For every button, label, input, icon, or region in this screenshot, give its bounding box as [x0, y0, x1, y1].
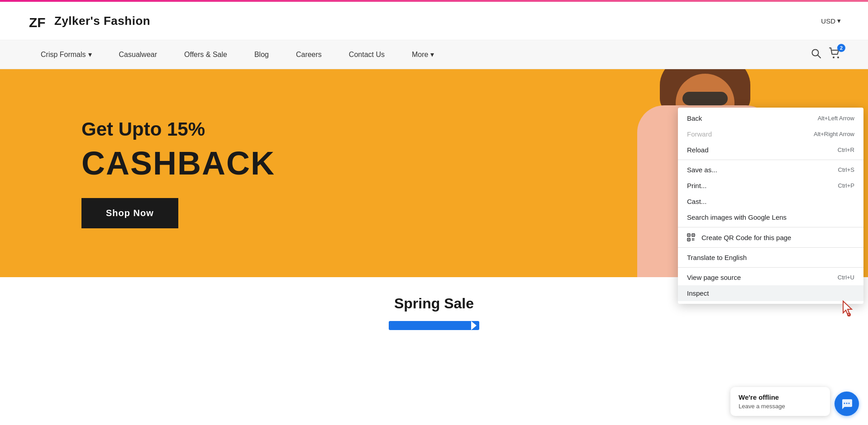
context-menu-qr-code[interactable]: Create QR Code for this page	[678, 229, 863, 246]
context-menu-google-lens[interactable]: Search images with Google Lens	[678, 209, 863, 225]
context-menu-save-as[interactable]: Save as... Ctrl+S	[678, 162, 863, 178]
crisp-formals-dropdown-icon: ▾	[88, 50, 92, 59]
context-menu-print[interactable]: Print... Ctrl+P	[678, 178, 863, 194]
hero-title: CASHBACK	[81, 145, 275, 182]
currency-arrow: ▾	[837, 17, 841, 25]
hero-subtitle: Get Upto 15%	[81, 118, 275, 140]
svg-point-4	[833, 57, 835, 58]
svg-line-3	[818, 55, 820, 58]
cart-button[interactable]: 2	[829, 47, 841, 62]
context-menu-divider-1	[678, 160, 863, 160]
header-right: USD ▾	[821, 17, 841, 25]
svg-rect-11	[688, 239, 689, 240]
context-menu-divider-3	[678, 247, 863, 248]
context-menu-view-source[interactable]: View page source Ctrl+U	[678, 269, 863, 285]
site-header: ZF Zylker's Fashion USD ▾	[0, 2, 868, 40]
nav-item-crisp-formals[interactable]: Crisp Formals ▾	[27, 40, 105, 69]
qr-code-icon	[687, 233, 695, 241]
svg-rect-14	[692, 240, 693, 241]
spring-progress-bar	[389, 321, 479, 330]
svg-text:ZF: ZF	[29, 15, 46, 30]
search-button[interactable]	[811, 48, 821, 61]
main-nav: Crisp Formals ▾ Casualwear Offers & Sale…	[0, 40, 868, 69]
svg-point-5	[837, 57, 839, 58]
spring-bar-container	[27, 321, 841, 330]
nav-links: Crisp Formals ▾ Casualwear Offers & Sale…	[27, 40, 448, 69]
nav-item-blog[interactable]: Blog	[241, 41, 282, 69]
nav-icons: 2	[811, 47, 841, 62]
cursor-pointer-icon	[841, 300, 854, 317]
context-menu: Back Alt+Left Arrow Forward Alt+Right Ar…	[678, 108, 863, 304]
nav-item-offers-sale[interactable]: Offers & Sale	[171, 41, 241, 69]
context-menu-reload[interactable]: Reload Ctrl+R	[678, 142, 863, 158]
search-icon	[811, 48, 821, 58]
context-menu-translate[interactable]: Translate to English	[678, 250, 863, 265]
chat-offline-title: We're offline	[739, 393, 822, 401]
model-glasses	[682, 92, 728, 105]
svg-rect-9	[688, 235, 689, 236]
chat-widget: We're offline Leave a message	[730, 387, 859, 416]
brand-name: Zylker's Fashion	[54, 14, 150, 28]
more-dropdown-icon: ▾	[430, 50, 434, 59]
svg-point-19	[849, 403, 850, 404]
cart-badge: 2	[837, 44, 845, 52]
svg-point-17	[844, 403, 845, 404]
context-menu-cast[interactable]: Cast...	[678, 194, 863, 209]
nav-item-careers[interactable]: Careers	[282, 41, 335, 69]
chat-open-button[interactable]	[835, 392, 859, 416]
svg-rect-13	[693, 238, 694, 239]
currency-selector[interactable]: USD ▾	[821, 17, 841, 25]
shop-now-button[interactable]: Shop Now	[81, 198, 178, 228]
svg-rect-12	[692, 238, 693, 239]
nav-item-more[interactable]: More ▾	[398, 40, 448, 69]
hero-content: Get Upto 15% CASHBACK Shop Now	[0, 118, 357, 228]
chat-offline-subtitle: Leave a message	[739, 403, 822, 410]
context-menu-forward: Forward Alt+Right Arrow	[678, 126, 863, 142]
context-menu-back[interactable]: Back Alt+Left Arrow	[678, 110, 863, 126]
chat-offline-bubble: We're offline Leave a message	[730, 387, 830, 416]
currency-label: USD	[821, 17, 835, 25]
logo-area[interactable]: ZF Zylker's Fashion	[27, 10, 150, 32]
chat-icon	[840, 397, 853, 410]
svg-rect-10	[693, 235, 694, 236]
spring-bar-arrow	[471, 321, 477, 330]
nav-item-contact-us[interactable]: Contact Us	[335, 41, 398, 69]
context-menu-divider-2	[678, 227, 863, 227]
svg-point-18	[846, 403, 848, 404]
brand-logo-icon: ZF	[27, 10, 49, 32]
context-menu-inspect[interactable]: Inspect	[678, 285, 863, 301]
svg-rect-15	[693, 240, 694, 241]
context-menu-divider-4	[678, 267, 863, 268]
nav-item-casualwear[interactable]: Casualwear	[105, 41, 171, 69]
